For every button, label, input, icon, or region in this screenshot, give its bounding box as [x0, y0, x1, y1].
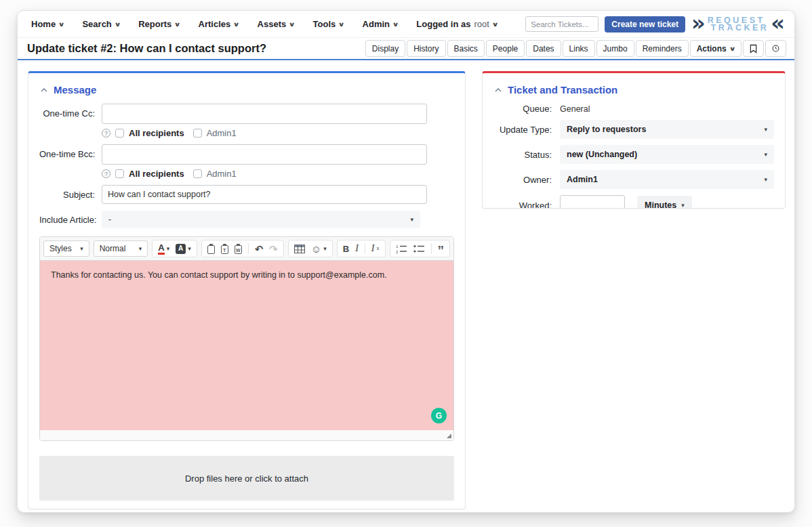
- worked-input[interactable]: [560, 195, 625, 209]
- paste-button[interactable]: [207, 244, 215, 254]
- chevron-down-icon: ∨: [174, 21, 181, 28]
- subject-input[interactable]: [102, 185, 427, 204]
- subject-label: Subject:: [39, 185, 95, 200]
- nav-reports[interactable]: Reports∨: [138, 19, 180, 29]
- ticket-titlebar: Update ticket #2: How can I contact supp…: [18, 38, 794, 60]
- bookmark-button[interactable]: [743, 40, 764, 57]
- topnav-right: Create new ticket » REQUEST TRACKER «: [525, 16, 785, 33]
- worked-unit-select[interactable]: Minutes ▾: [637, 196, 692, 209]
- request-tracker-logo[interactable]: » REQUEST TRACKER «: [691, 17, 785, 32]
- one-time-bcc-label: One-time Bcc:: [39, 144, 95, 159]
- undo-button[interactable]: ↶: [255, 244, 264, 254]
- chevron-down-icon: ∨: [338, 21, 345, 28]
- insert-table-button[interactable]: [294, 245, 305, 253]
- redo-button[interactable]: ↷: [269, 244, 278, 254]
- bold-button[interactable]: B: [343, 245, 349, 253]
- chevron-down-icon: ∨: [289, 21, 296, 28]
- svg-text:1: 1: [396, 245, 399, 249]
- editor-text[interactable]: Thanks for contacting us. You can contac…: [51, 270, 443, 280]
- styles-dropdown[interactable]: Styles ▾: [43, 240, 89, 257]
- tab-links[interactable]: Links: [563, 40, 595, 57]
- paste-plain-text-button[interactable]: T: [221, 244, 228, 254]
- tab-history[interactable]: History: [407, 40, 445, 57]
- chevron-down-icon: ∨: [58, 21, 65, 28]
- background-color-button[interactable]: A▾: [176, 244, 191, 254]
- emoji-button[interactable]: ☺▾: [311, 244, 327, 254]
- smiley-icon: ☺: [311, 244, 321, 254]
- bcc-admin1-checkbox[interactable]: [193, 169, 202, 178]
- collapse-chevron-icon: [495, 88, 502, 92]
- blockquote-button[interactable]: ”: [438, 247, 445, 254]
- admin1-label: Admin1: [207, 128, 237, 138]
- include-article-select[interactable]: - ▾: [102, 211, 420, 228]
- message-panel-title: Message: [54, 84, 96, 96]
- one-time-cc-input[interactable]: [102, 104, 427, 124]
- paste-from-word-button[interactable]: W: [235, 244, 242, 254]
- paste-icon: [207, 245, 215, 254]
- editor-toolbar: Styles ▾ Normal ▾ A▾ A▾ T W ↶ ↷: [40, 237, 453, 261]
- help-icon[interactable]: ?: [102, 169, 110, 178]
- nav-tools[interactable]: Tools∨: [313, 19, 344, 29]
- queue-value: General: [560, 104, 590, 114]
- nav-logged-in-as[interactable]: Logged in as root ∨: [416, 19, 498, 29]
- cc-all-recipients-checkbox[interactable]: [115, 129, 124, 138]
- italic-button[interactable]: I: [355, 244, 359, 253]
- top-navbar: Home∨ Search∨ Reports∨ Articles∨ Assets∨…: [18, 11, 794, 38]
- tab-actions[interactable]: Actions ∨: [690, 40, 742, 57]
- create-new-ticket-button[interactable]: Create new ticket: [605, 16, 685, 33]
- logged-in-user: root: [474, 19, 489, 29]
- update-type-select[interactable]: Reply to requestors ▾: [560, 120, 774, 139]
- logo-chevrons-left-icon: »: [691, 14, 706, 32]
- tab-reminders[interactable]: Reminders: [636, 40, 689, 57]
- editor-footer: [40, 430, 453, 440]
- one-time-bcc-input[interactable]: [102, 144, 427, 165]
- update-type-label: Update Type:: [493, 125, 552, 135]
- paste-word-icon: W: [235, 245, 242, 254]
- tab-basics[interactable]: Basics: [447, 40, 485, 57]
- tab-jumbo[interactable]: Jumbo: [596, 40, 634, 57]
- bookmark-icon: [750, 44, 757, 54]
- tab-display[interactable]: Display: [365, 40, 405, 57]
- cc-admin1-checkbox[interactable]: [193, 129, 202, 138]
- ticket-panel-header[interactable]: Ticket and Transaction: [495, 84, 774, 96]
- message-panel: Message One-time Cc: ? All recipients Ad…: [28, 71, 466, 509]
- attach-dropzone[interactable]: Drop files here or click to attach: [39, 456, 454, 501]
- logo-chevrons-right-icon: «: [771, 14, 785, 32]
- search-tickets-input[interactable]: [525, 16, 598, 32]
- page-title: Update ticket #2: How can I contact supp…: [27, 42, 266, 55]
- remove-format-button[interactable]: Ix: [371, 244, 380, 253]
- all-recipients-label: All recipients: [129, 128, 184, 138]
- time-worked-button[interactable]: [765, 40, 786, 57]
- paragraph-format-dropdown[interactable]: Normal ▾: [94, 240, 148, 257]
- chevron-down-icon: ▾: [764, 151, 767, 158]
- chevron-down-icon: ▾: [681, 202, 685, 209]
- chevron-down-icon: ▾: [764, 176, 767, 183]
- owner-select[interactable]: Admin1 ▾: [560, 170, 774, 189]
- logged-in-label: Logged in as: [416, 19, 470, 29]
- nav-home[interactable]: Home∨: [31, 19, 64, 29]
- resize-handle[interactable]: [447, 434, 451, 438]
- logo-word-tracker: TRACKER: [708, 24, 769, 32]
- help-icon[interactable]: ?: [102, 129, 110, 138]
- collapse-chevron-icon: [41, 88, 47, 92]
- nav-admin[interactable]: Admin∨: [363, 19, 399, 29]
- status-select[interactable]: new (Unchanged) ▾: [560, 145, 774, 164]
- text-color-button[interactable]: A▾: [158, 243, 169, 255]
- editor-body[interactable]: Thanks for contacting us. You can contac…: [40, 261, 453, 430]
- ticket-transaction-panel: Ticket and Transaction Queue: General Up…: [482, 71, 786, 209]
- nav-search[interactable]: Search∨: [82, 19, 120, 29]
- tab-people[interactable]: People: [486, 40, 525, 57]
- grammarly-icon[interactable]: G: [431, 408, 447, 423]
- bcc-all-recipients-checkbox[interactable]: [115, 169, 124, 178]
- chevron-down-icon: ▾: [764, 126, 767, 133]
- message-panel-header[interactable]: Message: [41, 84, 454, 96]
- bulleted-list-button[interactable]: [413, 244, 425, 253]
- chevron-down-icon: ∨: [233, 21, 240, 28]
- app-window: Home∨ Search∨ Reports∨ Articles∨ Assets∨…: [17, 10, 795, 513]
- message-editor: Styles ▾ Normal ▾ A▾ A▾ T W ↶ ↷: [39, 236, 454, 441]
- nav-assets[interactable]: Assets∨: [258, 19, 295, 29]
- numbered-list-button[interactable]: 12: [396, 244, 407, 253]
- main-menu: Home∨ Search∨ Reports∨ Articles∨ Assets∨…: [31, 19, 498, 29]
- nav-articles[interactable]: Articles∨: [199, 19, 239, 29]
- tab-dates[interactable]: Dates: [526, 40, 561, 57]
